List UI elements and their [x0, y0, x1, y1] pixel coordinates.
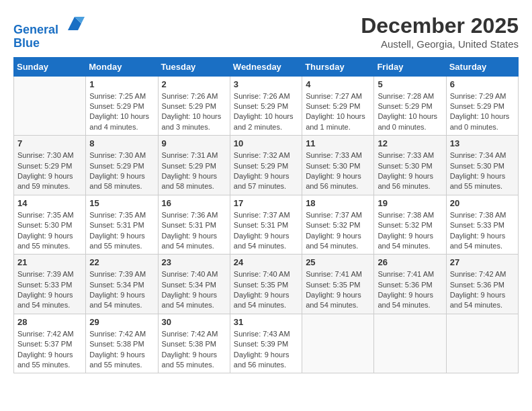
day-info: Sunrise: 7:39 AM Sunset: 5:34 PM Dayligh…: [89, 269, 154, 311]
day-info: Sunrise: 7:28 AM Sunset: 5:29 PM Dayligh…: [378, 91, 442, 133]
day-info: Sunrise: 7:32 AM Sunset: 5:29 PM Dayligh…: [234, 150, 298, 192]
calendar-cell: 2Sunrise: 7:26 AM Sunset: 5:29 PM Daylig…: [158, 76, 230, 136]
day-number: 1: [89, 79, 154, 89]
title-block: December 2025 Austell, Georgia, United S…: [361, 13, 519, 50]
calendar-cell: 16Sunrise: 7:36 AM Sunset: 5:31 PM Dayli…: [158, 195, 230, 255]
calendar-cell: 25Sunrise: 7:41 AM Sunset: 5:35 PM Dayli…: [302, 255, 374, 314]
calendar-cell: 29Sunrise: 7:42 AM Sunset: 5:38 PM Dayli…: [86, 314, 158, 373]
page-header: General Blue December 2025 Austell, Geor…: [13, 13, 519, 50]
calendar-cell: 18Sunrise: 7:37 AM Sunset: 5:32 PM Dayli…: [302, 195, 374, 255]
day-number: 20: [450, 198, 515, 208]
calendar-cell: 3Sunrise: 7:26 AM Sunset: 5:29 PM Daylig…: [230, 76, 302, 136]
calendar-cell: [374, 314, 446, 373]
calendar-cell: 19Sunrise: 7:38 AM Sunset: 5:32 PM Dayli…: [374, 195, 446, 255]
day-number: 26: [378, 257, 442, 267]
day-info: Sunrise: 7:26 AM Sunset: 5:29 PM Dayligh…: [162, 91, 226, 133]
logo-general: General: [13, 23, 58, 36]
day-number: 28: [17, 317, 82, 327]
day-info: Sunrise: 7:27 AM Sunset: 5:29 PM Dayligh…: [306, 91, 370, 133]
weekday-header: Wednesday: [230, 57, 302, 76]
calendar-cell: 27Sunrise: 7:42 AM Sunset: 5:36 PM Dayli…: [446, 255, 518, 314]
calendar-cell: [302, 314, 374, 373]
weekday-header: Monday: [86, 57, 158, 76]
day-number: 13: [450, 138, 515, 148]
day-number: 19: [378, 198, 442, 208]
day-number: 24: [234, 257, 298, 267]
calendar-cell: [14, 76, 86, 136]
day-number: 12: [378, 138, 442, 148]
day-info: Sunrise: 7:37 AM Sunset: 5:31 PM Dayligh…: [234, 210, 298, 252]
weekday-header: Thursday: [302, 57, 374, 76]
day-info: Sunrise: 7:30 AM Sunset: 5:29 PM Dayligh…: [17, 150, 82, 192]
calendar-cell: 8Sunrise: 7:30 AM Sunset: 5:29 PM Daylig…: [86, 136, 158, 195]
calendar-cell: 14Sunrise: 7:35 AM Sunset: 5:30 PM Dayli…: [14, 195, 86, 255]
day-info: Sunrise: 7:34 AM Sunset: 5:30 PM Dayligh…: [450, 150, 515, 192]
logo-blue: Blue: [13, 36, 40, 50]
day-number: 11: [306, 138, 370, 148]
calendar-cell: 17Sunrise: 7:37 AM Sunset: 5:31 PM Dayli…: [230, 195, 302, 255]
weekday-header: Friday: [374, 57, 446, 76]
day-number: 29: [89, 317, 154, 327]
day-info: Sunrise: 7:43 AM Sunset: 5:39 PM Dayligh…: [234, 329, 298, 371]
calendar-cell: 20Sunrise: 7:38 AM Sunset: 5:33 PM Dayli…: [446, 195, 518, 255]
day-info: Sunrise: 7:26 AM Sunset: 5:29 PM Dayligh…: [234, 91, 298, 133]
day-info: Sunrise: 7:30 AM Sunset: 5:29 PM Dayligh…: [89, 150, 154, 192]
day-info: Sunrise: 7:33 AM Sunset: 5:30 PM Dayligh…: [306, 150, 370, 192]
day-info: Sunrise: 7:38 AM Sunset: 5:32 PM Dayligh…: [378, 210, 442, 252]
day-info: Sunrise: 7:41 AM Sunset: 5:35 PM Dayligh…: [306, 269, 370, 311]
logo-icon: [64, 13, 85, 34]
day-number: 18: [306, 198, 370, 208]
calendar-cell: 30Sunrise: 7:42 AM Sunset: 5:38 PM Dayli…: [158, 314, 230, 373]
day-number: 10: [234, 138, 298, 148]
calendar-cell: 26Sunrise: 7:41 AM Sunset: 5:36 PM Dayli…: [374, 255, 446, 314]
day-info: Sunrise: 7:39 AM Sunset: 5:33 PM Dayligh…: [17, 269, 82, 311]
day-info: Sunrise: 7:35 AM Sunset: 5:31 PM Dayligh…: [89, 210, 154, 252]
day-info: Sunrise: 7:40 AM Sunset: 5:34 PM Dayligh…: [162, 269, 226, 311]
day-number: 16: [162, 198, 226, 208]
day-info: Sunrise: 7:38 AM Sunset: 5:33 PM Dayligh…: [450, 210, 515, 252]
calendar-cell: 4Sunrise: 7:27 AM Sunset: 5:29 PM Daylig…: [302, 76, 374, 136]
day-info: Sunrise: 7:42 AM Sunset: 5:37 PM Dayligh…: [17, 329, 82, 371]
day-info: Sunrise: 7:41 AM Sunset: 5:36 PM Dayligh…: [378, 269, 442, 311]
calendar-cell: 10Sunrise: 7:32 AM Sunset: 5:29 PM Dayli…: [230, 136, 302, 195]
logo: General Blue: [13, 13, 85, 50]
day-number: 2: [162, 79, 226, 89]
calendar-cell: 6Sunrise: 7:29 AM Sunset: 5:29 PM Daylig…: [446, 76, 518, 136]
day-number: 7: [17, 138, 82, 148]
calendar-cell: 15Sunrise: 7:35 AM Sunset: 5:31 PM Dayli…: [86, 195, 158, 255]
day-info: Sunrise: 7:37 AM Sunset: 5:32 PM Dayligh…: [306, 210, 370, 252]
weekday-header: Tuesday: [158, 57, 230, 76]
day-info: Sunrise: 7:40 AM Sunset: 5:35 PM Dayligh…: [234, 269, 298, 311]
calendar-cell: 23Sunrise: 7:40 AM Sunset: 5:34 PM Dayli…: [158, 255, 230, 314]
calendar-cell: 24Sunrise: 7:40 AM Sunset: 5:35 PM Dayli…: [230, 255, 302, 314]
calendar-cell: 12Sunrise: 7:33 AM Sunset: 5:30 PM Dayli…: [374, 136, 446, 195]
calendar-cell: 22Sunrise: 7:39 AM Sunset: 5:34 PM Dayli…: [86, 255, 158, 314]
day-info: Sunrise: 7:42 AM Sunset: 5:38 PM Dayligh…: [89, 329, 154, 371]
day-number: 4: [306, 79, 370, 89]
day-info: Sunrise: 7:42 AM Sunset: 5:38 PM Dayligh…: [162, 329, 226, 371]
day-info: Sunrise: 7:31 AM Sunset: 5:29 PM Dayligh…: [162, 150, 226, 192]
calendar-cell: 31Sunrise: 7:43 AM Sunset: 5:39 PM Dayli…: [230, 314, 302, 373]
day-number: 31: [234, 317, 298, 327]
day-info: Sunrise: 7:33 AM Sunset: 5:30 PM Dayligh…: [378, 150, 442, 192]
calendar-cell: 13Sunrise: 7:34 AM Sunset: 5:30 PM Dayli…: [446, 136, 518, 195]
day-number: 3: [234, 79, 298, 89]
calendar-cell: [446, 314, 518, 373]
day-number: 14: [17, 198, 82, 208]
day-number: 6: [450, 79, 515, 89]
day-number: 25: [306, 257, 370, 267]
day-info: Sunrise: 7:42 AM Sunset: 5:36 PM Dayligh…: [450, 269, 515, 311]
calendar-cell: 5Sunrise: 7:28 AM Sunset: 5:29 PM Daylig…: [374, 76, 446, 136]
calendar-cell: 7Sunrise: 7:30 AM Sunset: 5:29 PM Daylig…: [14, 136, 86, 195]
calendar-cell: 21Sunrise: 7:39 AM Sunset: 5:33 PM Dayli…: [14, 255, 86, 314]
calendar-cell: 11Sunrise: 7:33 AM Sunset: 5:30 PM Dayli…: [302, 136, 374, 195]
weekday-header: Saturday: [446, 57, 518, 76]
day-info: Sunrise: 7:29 AM Sunset: 5:29 PM Dayligh…: [450, 91, 515, 133]
day-info: Sunrise: 7:35 AM Sunset: 5:30 PM Dayligh…: [17, 210, 82, 252]
month-title: December 2025: [361, 13, 519, 38]
logo-text: General Blue: [13, 13, 85, 50]
day-info: Sunrise: 7:25 AM Sunset: 5:29 PM Dayligh…: [89, 91, 154, 133]
day-number: 8: [89, 138, 154, 148]
location: Austell, Georgia, United States: [361, 38, 519, 50]
calendar-cell: 28Sunrise: 7:42 AM Sunset: 5:37 PM Dayli…: [14, 314, 86, 373]
